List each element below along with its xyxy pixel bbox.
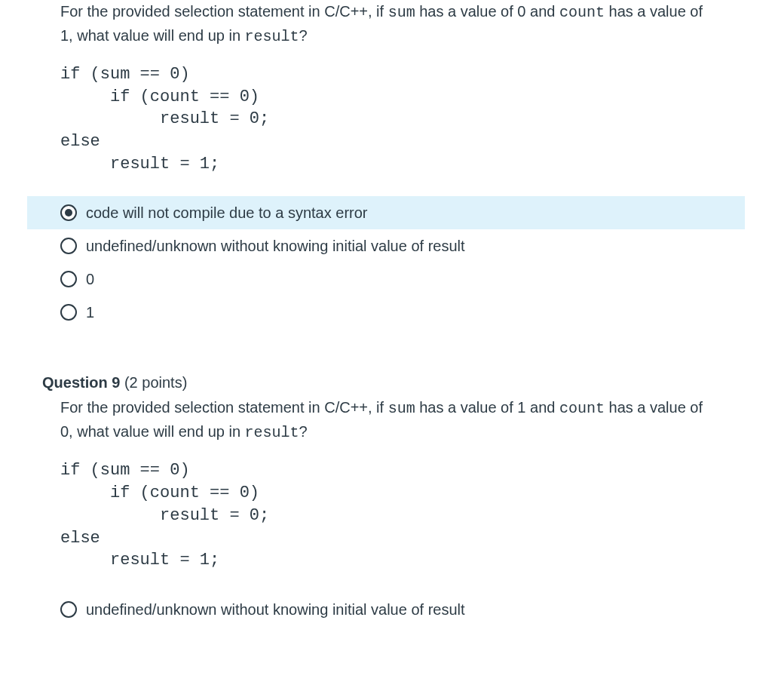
q8-option-2[interactable]: 0 [27, 262, 745, 296]
q9-option-0[interactable]: undefined/unknown without knowing initia… [27, 593, 745, 626]
q8-option-1[interactable]: undefined/unknown without knowing initia… [27, 229, 745, 262]
q9-text-pre: For the provided selection statement in … [60, 399, 388, 416]
q8-code-block: if (sum == 0) if (count == 0) result = 0… [60, 63, 745, 175]
q9-option-0-label: undefined/unknown without knowing initia… [86, 600, 465, 619]
q9-text-mid1: has a value of 1 and [415, 399, 559, 416]
q8-text-pre: For the provided selection statement in … [60, 3, 388, 20]
q9-text-suffix: ? [299, 423, 308, 440]
q9-var-count: count [559, 400, 605, 417]
q8-option-1-label: undefined/unknown without knowing initia… [86, 236, 465, 256]
q8-var-sum: sum [388, 4, 415, 21]
q8-var-result: result [245, 28, 299, 45]
q8-text-suffix: ? [299, 27, 308, 44]
radio-icon [60, 238, 77, 254]
q8-var-count: count [559, 4, 605, 21]
radio-icon [60, 304, 77, 321]
question-9: For the provided selection statement in … [27, 396, 745, 625]
q9-var-result: result [245, 424, 299, 441]
question-9-header: Question 9 (2 points) [27, 352, 745, 396]
q8-option-3-label: 1 [86, 302, 94, 322]
question-9-prompt: For the provided selection statement in … [27, 396, 745, 444]
q8-option-3[interactable]: 1 [27, 296, 745, 329]
q8-option-2-label: 0 [86, 269, 94, 289]
q8-option-0[interactable]: code will not compile due to a syntax er… [27, 196, 745, 229]
question-9-title: Question 9 [42, 374, 120, 391]
q9-code-block: if (sum == 0) if (count == 0) result = 0… [60, 459, 745, 571]
radio-icon [60, 204, 77, 221]
radio-icon [60, 271, 77, 287]
q9-options: undefined/unknown without knowing initia… [27, 593, 745, 626]
q8-text-mid1: has a value of 0 and [415, 3, 559, 20]
question-9-points: (2 points) [120, 374, 187, 391]
radio-icon [60, 601, 77, 618]
question-8-prompt: For the provided selection statement in … [27, 0, 745, 48]
q8-options: code will not compile due to a syntax er… [27, 196, 745, 329]
question-8: For the provided selection statement in … [27, 0, 745, 329]
q8-option-0-label: code will not compile due to a syntax er… [86, 203, 368, 223]
q9-var-sum: sum [388, 400, 415, 417]
page-content: For the provided selection statement in … [0, 0, 772, 626]
